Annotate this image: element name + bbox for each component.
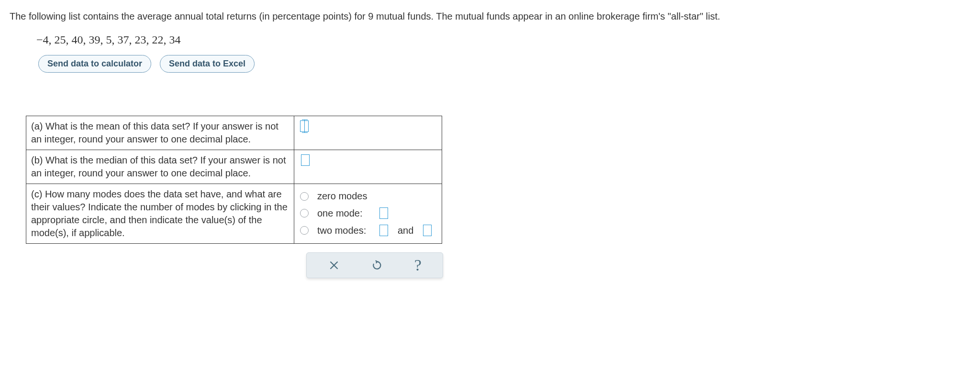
data-export-buttons: Send data to calculator Send data to Exc… (38, 55, 970, 73)
two-modes-label: two modes: (317, 225, 370, 236)
part-b-answer-cell (294, 150, 442, 184)
part-c-answer-cell: zero modes one mode: two modes: and (294, 184, 442, 244)
two-modes-value1-input[interactable] (379, 225, 388, 236)
send-to-excel-button[interactable]: Send data to Excel (160, 55, 255, 73)
answer-table: (a) What is the mean of this data set? I… (26, 116, 442, 244)
action-bar: ? (306, 252, 443, 278)
part-a-answer-cell (294, 116, 442, 150)
part-c-question: (c) How many modes does the data set hav… (26, 184, 294, 244)
median-input[interactable] (301, 154, 310, 166)
reset-button[interactable] (371, 259, 383, 271)
dataset-list: −4, 25, 40, 39, 5, 37, 23, 22, 34 (36, 33, 970, 46)
one-mode-value-input[interactable] (379, 207, 388, 219)
send-to-calculator-button[interactable]: Send data to calculator (38, 55, 151, 73)
undo-icon (371, 259, 383, 271)
zero-modes-label: zero modes (317, 191, 370, 202)
two-modes-value2-input[interactable] (423, 225, 432, 236)
help-button[interactable]: ? (414, 257, 422, 273)
radio-zero-modes[interactable] (300, 192, 309, 201)
part-a-question: (a) What is the mean of this data set? I… (26, 116, 294, 150)
one-mode-label: one mode: (317, 208, 370, 219)
clear-button[interactable] (328, 259, 340, 271)
radio-one-mode[interactable] (300, 209, 309, 217)
mean-input[interactable] (300, 120, 309, 132)
part-b-question: (b) What is the median of this data set?… (26, 150, 294, 184)
and-label: and (398, 225, 413, 236)
radio-two-modes[interactable] (300, 226, 309, 235)
close-icon (328, 259, 340, 271)
problem-intro: The following list contains the average … (10, 10, 970, 23)
